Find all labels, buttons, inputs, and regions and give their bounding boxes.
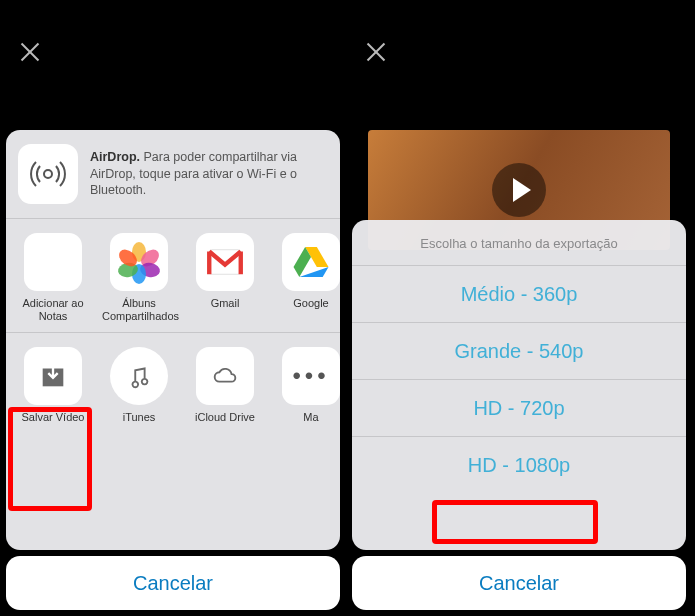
export-header: Escolha o tamanho da exportação <box>352 220 686 265</box>
play-icon <box>492 163 546 217</box>
notes-icon <box>24 233 82 291</box>
airdrop-description: AirDrop. Para poder compartilhar via Air… <box>90 149 328 200</box>
share-apps-row: Adicionar ao Notas Álbuns Compartilhados <box>6 219 340 333</box>
google-drive-icon <box>282 233 340 291</box>
screen-share-sheet: AirDrop. Para poder compartilhar via Air… <box>0 0 346 616</box>
share-item-label: Gmail <box>188 297 262 310</box>
action-icloud-drive[interactable]: iCloud Drive <box>188 347 262 424</box>
more-icon: ••• <box>282 347 340 405</box>
close-icon[interactable] <box>364 40 388 64</box>
icloud-drive-icon <box>196 347 254 405</box>
action-label: iTunes <box>102 411 176 424</box>
action-save-video[interactable]: Salvar Vídeo <box>16 347 90 424</box>
share-item-label: Adicionar ao Notas <box>16 297 90 322</box>
svg-point-0 <box>44 170 52 178</box>
save-video-icon <box>24 347 82 405</box>
action-label: iCloud Drive <box>188 411 262 424</box>
action-itunes[interactable]: iTunes <box>102 347 176 424</box>
cancel-button[interactable]: Cancelar <box>352 556 686 610</box>
share-item-label: Álbuns Compartilhados <box>102 297 176 322</box>
share-item-label: Google <box>274 297 340 310</box>
cancel-label: Cancelar <box>479 572 559 595</box>
export-option-360p[interactable]: Médio - 360p <box>352 265 686 322</box>
share-item-shared-albums[interactable]: Álbuns Compartilhados <box>102 233 176 322</box>
actions-row: Salvar Vídeo iTunes iCloud Drive <box>6 333 340 434</box>
photos-icon <box>110 233 168 291</box>
export-option-540p[interactable]: Grande - 540p <box>352 322 686 379</box>
airdrop-row[interactable]: AirDrop. Para poder compartilhar via Air… <box>6 130 340 219</box>
export-size-sheet: Escolha o tamanho da exportação Médio - … <box>352 220 686 550</box>
share-item-google-drive[interactable]: Google <box>274 233 340 322</box>
close-icon[interactable] <box>18 40 42 64</box>
action-label: Ma <box>274 411 340 424</box>
screen-export-size: Escolha o tamanho da exportação Médio - … <box>346 0 692 616</box>
action-more[interactable]: ••• Ma <box>274 347 340 424</box>
cancel-button[interactable]: Cancelar <box>6 556 340 610</box>
cancel-label: Cancelar <box>133 572 213 595</box>
itunes-icon <box>110 347 168 405</box>
share-sheet: AirDrop. Para poder compartilhar via Air… <box>6 130 340 550</box>
action-label: Salvar Vídeo <box>16 411 90 424</box>
airdrop-icon <box>18 144 78 204</box>
export-option-720p[interactable]: HD - 720p <box>352 379 686 436</box>
export-option-1080p[interactable]: HD - 1080p <box>352 436 686 493</box>
share-item-notes[interactable]: Adicionar ao Notas <box>16 233 90 322</box>
share-item-gmail[interactable]: Gmail <box>188 233 262 322</box>
gmail-icon <box>196 233 254 291</box>
